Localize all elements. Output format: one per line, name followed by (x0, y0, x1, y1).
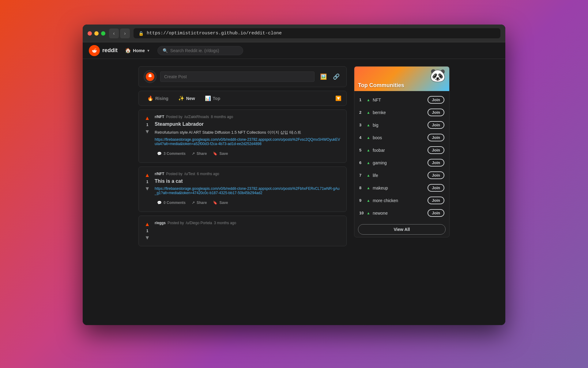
list-item[interactable]: 10 ▲ newone Join (354, 207, 449, 219)
browser-chrome: ‹ › 🔒 https://optimistictrousers.github.… (83, 25, 505, 42)
main-feed: 🖼️ 🔗 🔥 Rising ✨ New 📊 (138, 66, 347, 318)
create-post-actions: 🖼️ 🔗 (318, 71, 341, 82)
lock-icon: 🔒 (138, 31, 144, 36)
new-icon: ✨ (178, 95, 184, 101)
post-title: Steampunk Labrador (155, 121, 341, 128)
address-bar[interactable]: 🔒 https://optimistictrousers.github.io/r… (134, 28, 500, 38)
communities-card: 🐼 Top Communities 1 ▲ NFT Join 2 ▲ (354, 66, 450, 237)
post-meta: r/NFT Posted by /u/Test 6 months ago (155, 172, 341, 176)
community-rank: 2 (359, 110, 364, 115)
subreddit-link[interactable]: r/NFT (155, 115, 164, 119)
community-name: life (373, 173, 425, 178)
create-post-input[interactable] (160, 71, 315, 82)
subreddit-link[interactable]: r/eggs (155, 221, 166, 225)
subreddit-link[interactable]: r/NFT (155, 172, 164, 176)
forward-button[interactable]: › (120, 29, 130, 38)
reddit-app: reddit 🏠 Home ▼ 🔍 (83, 42, 505, 325)
join-button[interactable]: Join (428, 209, 444, 217)
reddit-logo[interactable]: reddit (89, 45, 118, 56)
search-input[interactable] (170, 48, 238, 53)
join-button[interactable]: Join (428, 109, 444, 116)
list-item[interactable]: 2 ▲ bernke Join (354, 106, 449, 119)
trend-icon: ▲ (367, 211, 370, 215)
post-time: 3 months ago (214, 221, 236, 225)
posted-by-label: Posted by (166, 115, 182, 119)
upvote-button[interactable]: ▲ (144, 172, 151, 178)
comments-icon: 💬 (157, 201, 162, 205)
sort-rising-label: Rising (155, 96, 168, 101)
upvote-button[interactable]: ▲ (144, 115, 151, 121)
list-item[interactable]: 3 ▲ big Join (354, 119, 449, 131)
search-bar[interactable]: 🔍 (157, 46, 243, 55)
sort-top-tab[interactable]: 📊 Top (201, 94, 224, 103)
list-item[interactable]: 8 ▲ makeup Join (354, 182, 449, 194)
save-icon: 🔖 (213, 151, 217, 156)
link-button[interactable]: 🔗 (331, 71, 341, 82)
downvote-button[interactable]: ▼ (144, 185, 151, 192)
home-nav[interactable]: 🏠 Home ▼ (123, 46, 153, 55)
filter-icon: 🔽 (335, 95, 341, 101)
save-icon: 🔖 (213, 201, 217, 205)
view-all-button[interactable]: View All (358, 224, 446, 235)
post-card: ▲ 1 ▼ r/NFT Posted by /u/ZakkRhoads 8 mo… (138, 109, 347, 163)
sort-new-label: New (186, 96, 195, 101)
sidebar: 🐼 Top Communities 1 ▲ NFT Join 2 ▲ (354, 66, 450, 318)
trend-icon: ▲ (367, 136, 370, 140)
trend-icon: ▲ (367, 198, 370, 203)
avatar (144, 70, 156, 83)
save-button[interactable]: 🔖 Save (210, 199, 230, 207)
downvote-button[interactable]: ▼ (144, 234, 151, 241)
join-button[interactable]: Join (428, 171, 444, 179)
join-button[interactable]: Join (428, 96, 444, 104)
join-button[interactable]: Join (428, 197, 444, 204)
svg-point-4 (151, 75, 152, 76)
community-rank: 4 (359, 135, 364, 140)
author-link[interactable]: /u/Diego Portela (186, 221, 212, 225)
list-item[interactable]: 1 ▲ NFT Join (354, 94, 449, 106)
post-link[interactable]: https://firebasestorage.googleapis.com/v… (155, 186, 341, 195)
comments-button[interactable]: 💬 3 Comments (155, 150, 188, 158)
trend-icon: ▲ (367, 110, 370, 115)
post-content: r/NFT Posted by /u/ZakkRhoads 8 months a… (155, 115, 341, 158)
minimize-button[interactable] (94, 31, 99, 36)
join-button[interactable]: Join (428, 159, 444, 167)
join-button[interactable]: Join (428, 121, 444, 129)
create-post-box: 🖼️ 🔗 (138, 66, 347, 87)
upvote-button[interactable]: ▲ (144, 221, 151, 228)
share-label: Share (197, 151, 207, 156)
sort-rising-tab[interactable]: 🔥 Rising (144, 94, 172, 103)
community-name: boos (373, 135, 425, 140)
reddit-content: 🖼️ 🔗 🔥 Rising ✨ New 📊 (83, 59, 505, 325)
comments-button[interactable]: 💬 0 Comments (155, 199, 188, 207)
trend-icon: ▲ (367, 98, 370, 102)
posted-by-label: Posted by (168, 221, 184, 225)
trend-icon: ▲ (367, 161, 370, 165)
maximize-button[interactable] (101, 31, 105, 36)
comments-count: 0 Comments (164, 201, 186, 205)
back-button[interactable]: ‹ (109, 29, 119, 38)
image-upload-button[interactable]: 🖼️ (318, 71, 329, 82)
post-card: ▲ 1 ▼ r/NFT Posted by /u/Test 6 months a… (138, 167, 347, 212)
list-item[interactable]: 4 ▲ boos Join (354, 131, 449, 144)
share-button[interactable]: ↗ Share (189, 150, 209, 158)
sort-new-tab[interactable]: ✨ New (175, 94, 199, 103)
sort-more[interactable]: 🔽 (335, 95, 341, 101)
community-name: foobar (373, 148, 425, 153)
list-item[interactable]: 5 ▲ foobar Join (354, 144, 449, 156)
join-button[interactable]: Join (428, 134, 444, 141)
list-item[interactable]: 9 ▲ more chicken Join (354, 194, 449, 207)
author-link[interactable]: /u/Test (184, 172, 195, 176)
share-button[interactable]: ↗ Share (189, 199, 209, 207)
list-item[interactable]: 7 ▲ life Join (354, 169, 449, 182)
community-rank: 1 (359, 98, 364, 102)
close-button[interactable] (88, 31, 92, 36)
list-item[interactable]: 6 ▲ gaming Join (354, 156, 449, 169)
community-name: big (373, 123, 425, 128)
post-link[interactable]: https://firebasestorage.googleapis.com/v… (155, 137, 341, 146)
downvote-button[interactable]: ▼ (144, 128, 151, 135)
join-button[interactable]: Join (428, 184, 444, 192)
save-button[interactable]: 🔖 Save (210, 150, 230, 158)
join-button[interactable]: Join (428, 146, 444, 154)
author-link[interactable]: /u/ZakkRhoads (184, 115, 209, 119)
vote-count: 1 (146, 180, 149, 184)
